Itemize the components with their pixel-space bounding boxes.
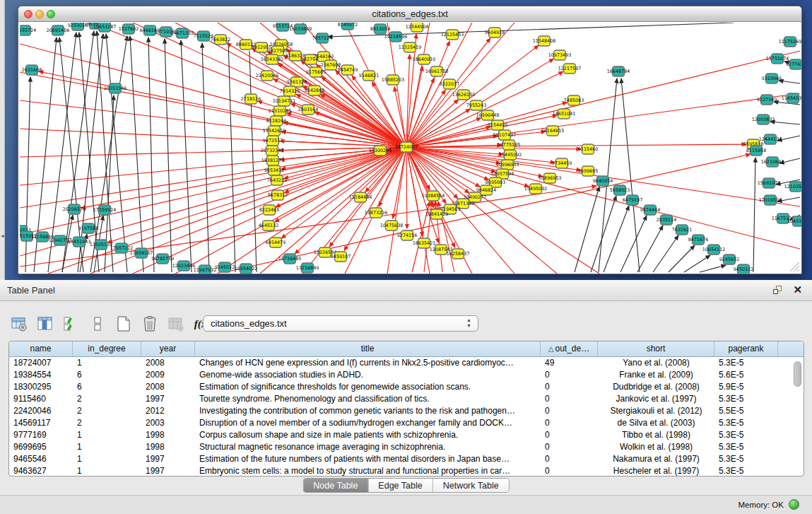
graph-node-teal[interactable]: 16210643: [761, 157, 784, 167]
graph-node-teal[interactable]: 16782759: [151, 254, 175, 264]
graph-node-yellow[interactable]: 5678312: [268, 190, 288, 200]
edge[interactable]: [575, 187, 599, 272]
delete-table-trash-icon[interactable]: [141, 315, 159, 333]
table-row[interactable]: 1938455462009Genome-wide association stu…: [9, 369, 804, 381]
resize-grip-icon[interactable]: [787, 259, 800, 272]
graph-node-yellow[interactable]: 18640910: [413, 54, 436, 64]
graph-node-teal[interactable]: 12923446: [172, 261, 196, 271]
edge[interactable]: [653, 235, 678, 272]
edge[interactable]: [700, 265, 726, 272]
graph-node-yellow[interactable]: 11325419: [399, 42, 422, 52]
table-row[interactable]: 946554611997Estimation of the future num…: [9, 453, 804, 465]
graph-node-teal[interactable]: 16033809: [289, 24, 312, 34]
edge[interactable]: [406, 132, 546, 147]
column-header-out_de[interactable]: △out_de…: [541, 341, 598, 356]
graph-node-yellow[interactable]: 6914479: [266, 238, 286, 247]
graph-node-teal[interactable]: 11175269: [779, 37, 801, 47]
graph-node-teal[interactable]: 9474444: [640, 205, 660, 215]
close-panel-icon[interactable]: ✕: [793, 284, 802, 296]
graph-node-teal[interactable]: 9277433: [786, 59, 801, 69]
graph-node-yellow[interactable]: 8128246: [266, 116, 286, 126]
graph-node-teal[interactable]: 5958923: [610, 185, 630, 195]
edge[interactable]: [181, 40, 192, 272]
table-row[interactable]: 946362711997Embryonic stem cells: a mode…: [9, 465, 804, 477]
graph-node-yellow[interactable]: 17542619: [263, 126, 286, 136]
graph-node-yellow[interactable]: 9361328: [287, 77, 307, 87]
edge[interactable]: [406, 147, 495, 172]
graph-node-yellow[interactable]: 9154499: [488, 120, 507, 130]
graph-node-yellow[interactable]: 9274156: [397, 230, 417, 240]
table-row[interactable]: 1830029562008Estimation of significance …: [9, 381, 804, 393]
network-view-window[interactable]: citations_edges.txt 18724007183002957663…: [18, 6, 802, 274]
graph-node-teal[interactable]: 11454034: [782, 93, 801, 103]
graph-node-yellow[interactable]: 8454749: [338, 65, 358, 75]
graph-node-teal[interactable]: 20691406: [47, 25, 70, 35]
table-row[interactable]: 2242004622012Investigating the contribut…: [9, 405, 804, 417]
edge[interactable]: [637, 226, 663, 272]
graph-node-yellow[interactable]: 7955243: [466, 100, 486, 110]
graph-node-teal[interactable]: 8145972: [338, 23, 358, 30]
table-row[interactable]: 1872400712008Changes of HCN gene express…: [9, 357, 804, 369]
graph-node-yellow[interactable]: 15495092: [524, 184, 548, 194]
graph-node-teal[interactable]: 11451943: [68, 237, 91, 247]
graph-node-yellow[interactable]: 10107437: [493, 130, 517, 140]
graph-node-yellow[interactable]: 10996933: [496, 160, 519, 170]
graph-node-teal[interactable]: 12103503: [784, 182, 801, 192]
graph-node-teal[interactable]: 19218596: [384, 32, 408, 42]
select-all-rows-icon[interactable]: [62, 315, 81, 333]
graph-node-yellow[interactable]: 12544904: [406, 23, 429, 32]
graph-node-teal[interactable]: 9640954: [593, 176, 613, 186]
graph-node-yellow[interactable]: 10475638: [380, 221, 404, 230]
graph-node-yellow[interactable]: 12125453: [441, 30, 464, 40]
graph-node-yellow[interactable]: 9175685: [306, 67, 326, 77]
graph-node-teal[interactable]: 10954022: [235, 264, 258, 274]
graph-node-teal[interactable]: 8813054: [370, 24, 390, 34]
edge[interactable]: [406, 115, 557, 147]
graph-node-teal[interactable]: 9329966: [762, 74, 782, 83]
graph-node-yellow[interactable]: 4645132: [259, 221, 278, 230]
collapse-arrow-icon[interactable]: ◄: [0, 233, 5, 238]
graph-node-teal[interactable]: 20206576: [63, 204, 86, 214]
table-row[interactable]: 911546021997Tourette syndrome. Phenomeno…: [9, 393, 804, 405]
edge[interactable]: [779, 81, 800, 83]
graph-node-yellow[interactable]: 9146821: [359, 71, 379, 81]
graph-node-teal[interactable]: 12093832: [752, 115, 775, 124]
graph-node-teal[interactable]: 15692971: [758, 178, 781, 188]
column-header-title[interactable]: title: [195, 341, 541, 356]
graph-node-teal[interactable]: 16648784: [607, 66, 630, 76]
graph-node-teal[interactable]: 8471676: [688, 235, 708, 245]
graph-node-yellow[interactable]: 8322037: [440, 79, 459, 89]
edge[interactable]: [406, 147, 423, 236]
table-row[interactable]: 969969511998Structural magnetic resonanc…: [9, 441, 804, 453]
edge[interactable]: [591, 196, 616, 272]
graph-node-teal[interactable]: 10653287: [93, 23, 117, 32]
column-header-in_degree[interactable]: in_degree: [73, 341, 141, 356]
edge[interactable]: [249, 51, 257, 272]
float-panel-icon[interactable]: [772, 285, 784, 296]
graph-node-teal[interactable]: 14055724: [20, 25, 36, 35]
graph-node-yellow[interactable]: 18381271: [261, 156, 285, 165]
graph-node-yellow[interactable]: 15445092: [499, 150, 522, 160]
edge[interactable]: [753, 158, 755, 272]
create-new-table-icon[interactable]: [114, 315, 133, 333]
tab-network-table[interactable]: Network Table: [433, 479, 509, 492]
graph-node-yellow[interactable]: 19384554: [422, 191, 445, 201]
graph-node-yellow[interactable]: 15885203: [382, 75, 405, 85]
graph-node-yellow[interactable]: 10896953: [539, 173, 562, 183]
edge[interactable]: [25, 77, 30, 272]
graph-node-yellow[interactable]: 8459107: [331, 252, 351, 262]
graph-node-yellow[interactable]: 20732341: [261, 146, 284, 156]
graph-node-yellow[interactable]: 22420046: [256, 71, 279, 81]
graph-node-teal[interactable]: 9245652: [719, 255, 739, 264]
graph-node-teal[interactable]: 13505135: [90, 240, 113, 250]
graph-node-yellow[interactable]: 10973493: [548, 50, 572, 60]
table-row[interactable]: 977716911998Corpus callosum shape and si…: [9, 429, 804, 441]
edge[interactable]: [20, 186, 596, 267]
graph-node-yellow[interactable]: 9604918: [485, 28, 505, 37]
edge[interactable]: [276, 147, 406, 207]
edge[interactable]: [406, 71, 563, 147]
edge[interactable]: [620, 216, 647, 272]
panel-divider[interactable]: ◄: [0, 0, 5, 280]
edge[interactable]: [20, 147, 406, 235]
graph-node-yellow[interactable]: 16258437: [447, 249, 470, 259]
